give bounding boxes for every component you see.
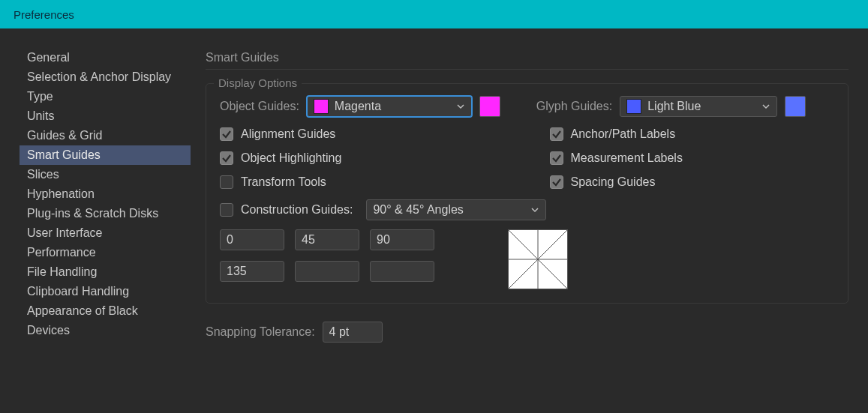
construction-guides-select[interactable]: 90° & 45° Angles — [366, 199, 546, 220]
display-options-panel: Display Options Object Guides: Magenta G… — [206, 83, 848, 304]
object-guides-swatch[interactable] — [479, 96, 500, 117]
sidebar-item-units[interactable]: Units — [20, 106, 191, 126]
sidebar-item-user-interface[interactable]: User Interface — [20, 223, 191, 243]
anchor-path-labels-label: Anchor/Path Labels — [571, 127, 676, 141]
transform-tools-checkbox[interactable] — [220, 175, 233, 189]
chevron-down-icon — [530, 205, 539, 214]
sidebar-item-appearance-of-black[interactable]: Appearance of Black — [20, 301, 191, 321]
sidebar-item-clipboard-handling[interactable]: Clipboard Handling — [20, 282, 191, 301]
sidebar-item-devices[interactable]: Devices — [20, 321, 191, 340]
glyph-guides-select[interactable]: Light Blue — [620, 96, 777, 117]
sidebar-item-smart-guides[interactable]: Smart Guides — [20, 145, 191, 165]
alignment-guides-row: Alignment Guides — [220, 127, 505, 141]
sidebar-item-performance[interactable]: Performance — [20, 243, 191, 262]
sidebar-item-selection-anchor-display[interactable]: Selection & Anchor Display — [20, 67, 191, 87]
measurement-labels-checkbox[interactable] — [550, 151, 563, 165]
sidebar-item-plug-ins-scratch-disks[interactable]: Plug-ins & Scratch Disks — [20, 204, 191, 223]
sidebar-item-guides-grid[interactable]: Guides & Grid — [20, 126, 191, 145]
sidebar-item-general[interactable]: General — [20, 48, 191, 67]
angle-input-5[interactable] — [370, 261, 434, 282]
anchor-path-labels-checkbox[interactable] — [550, 127, 563, 141]
alignment-guides-label: Alignment Guides — [241, 127, 335, 141]
titlebar: Preferences — [0, 0, 868, 28]
glyph-guides-color-swatch-inline — [626, 99, 641, 114]
sidebar-item-hyphenation[interactable]: Hyphenation — [20, 184, 191, 204]
transform-tools-label: Transform Tools — [241, 175, 326, 189]
glyph-guides-swatch[interactable] — [785, 96, 806, 117]
snapping-tolerance-input[interactable] — [323, 322, 383, 343]
measurement-labels-row: Measurement Labels — [550, 151, 835, 165]
angle-input-3[interactable] — [220, 261, 284, 282]
construction-guides-label: Construction Guides: — [241, 203, 353, 217]
panel-title: Display Options — [214, 76, 302, 89]
sidebar-item-slices[interactable]: Slices — [20, 165, 191, 184]
construction-guides-value: 90° & 45° Angles — [373, 203, 463, 217]
anchor-path-labels-row: Anchor/Path Labels — [550, 127, 835, 141]
angle-input-2[interactable] — [370, 229, 434, 250]
spacing-guides-checkbox[interactable] — [550, 175, 563, 189]
object-highlighting-row: Object Highlighting — [220, 151, 505, 165]
content: GeneralSelection & Anchor DisplayTypeUni… — [0, 28, 868, 413]
main-pane: Smart Guides Display Options Object Guid… — [206, 48, 848, 413]
angle-input-1[interactable] — [295, 229, 359, 250]
object-highlighting-checkbox[interactable] — [220, 151, 233, 165]
snapping-tolerance-label: Snapping Tolerance: — [206, 325, 315, 339]
object-guides-select[interactable]: Magenta — [307, 96, 472, 117]
object-guides-color-swatch-inline — [314, 99, 329, 114]
measurement-labels-label: Measurement Labels — [571, 151, 683, 165]
divider — [206, 69, 848, 70]
construction-guides-checkbox[interactable] — [220, 203, 233, 217]
alignment-guides-checkbox[interactable] — [220, 127, 233, 141]
chevron-down-icon — [761, 102, 770, 111]
angle-preview — [508, 229, 568, 289]
object-guides-label: Object Guides: — [220, 100, 299, 113]
transform-tools-row: Transform Tools — [220, 175, 505, 189]
angle-input-0[interactable] — [220, 229, 284, 250]
object-guides-value: Magenta — [335, 100, 381, 113]
object-highlighting-label: Object Highlighting — [241, 151, 341, 165]
angle-input-4[interactable] — [295, 261, 359, 282]
page-title: Smart Guides — [206, 48, 848, 69]
glyph-guides-value: Light Blue — [647, 100, 701, 113]
spacing-guides-row: Spacing Guides — [550, 175, 835, 189]
glyph-guides-label: Glyph Guides: — [536, 100, 612, 113]
spacing-guides-label: Spacing Guides — [571, 175, 656, 189]
chevron-down-icon — [456, 102, 465, 111]
sidebar-item-file-handling[interactable]: File Handling — [20, 262, 191, 282]
window-title: Preferences — [14, 8, 74, 21]
sidebar: GeneralSelection & Anchor DisplayTypeUni… — [20, 48, 191, 413]
sidebar-item-type[interactable]: Type — [20, 87, 191, 106]
